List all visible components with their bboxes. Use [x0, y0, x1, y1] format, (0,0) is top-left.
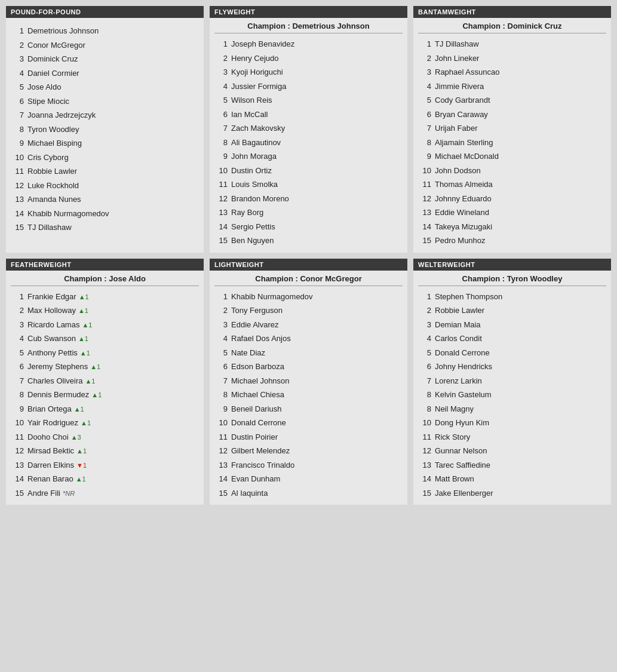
fighter-name: Jussier Formiga	[231, 81, 286, 93]
ranking-row: 9Michael Bisping	[11, 136, 199, 151]
ranking-row: 2Conor McGregor	[11, 38, 199, 53]
division-header-pound-for-pound: POUND-FOR-POUND	[6, 6, 204, 18]
ranking-list-pound-for-pound: 1Demetrious Johnson2Conor McGregor3Domin…	[6, 23, 204, 240]
ranking-row: 6Ian McCall	[214, 108, 403, 122]
ranking-row: 13Ray Borg	[214, 205, 403, 220]
rank-number: 11	[11, 431, 27, 443]
rank-number: 12	[214, 193, 231, 205]
fighter-name: Cris Cyborg	[27, 152, 69, 164]
fighter-name: Jake Ellenberger	[435, 487, 493, 499]
fighter-name: Eddie Alvarez	[231, 319, 279, 331]
rank-number: 13	[214, 459, 231, 471]
fighter-name: Bryan Caraway	[435, 109, 488, 121]
champion-row-featherweight: Champion : Jose Aldo	[6, 271, 204, 286]
rank-number: 14	[11, 473, 27, 485]
ranking-list-featherweight: 1Frankie Edgar▲12Max Holloway▲13Ricardo …	[6, 289, 204, 505]
rank-number: 6	[418, 361, 435, 373]
ranking-row: 10Cris Cyborg	[11, 151, 199, 165]
ranking-row: 3Kyoji Horiguchi	[214, 65, 403, 79]
rank-number: 10	[11, 152, 27, 164]
fighter-name: Brian Ortega	[27, 403, 72, 415]
rank-number: 7	[11, 375, 27, 387]
rank-number: 11	[418, 179, 435, 191]
rank-number: 2	[11, 305, 27, 317]
rank-number: 15	[418, 235, 435, 247]
rank-change: ▲1	[91, 390, 102, 400]
ranking-row: 1Demetrious Johnson	[11, 24, 199, 38]
fighter-name: Joseph Benavidez	[231, 38, 294, 50]
fighter-name: Johnny Eduardo	[435, 193, 492, 205]
rank-number: 8	[418, 137, 435, 149]
rank-number: 7	[11, 109, 27, 121]
division-block-flyweight: FLYWEIGHTChampion : Demetrious Johnson1J…	[210, 6, 407, 253]
fighter-name: Sergio Pettis	[231, 221, 275, 233]
ranking-row: 12Mirsad Bektic▲1	[11, 444, 199, 458]
ranking-row: 2Henry Cejudo	[214, 51, 403, 66]
fighter-name: Luke Rockhold	[27, 180, 79, 192]
rank-number: 10	[11, 417, 27, 429]
ranking-row: 15Andre Fili*NR	[11, 486, 199, 501]
rank-number: 5	[418, 347, 435, 359]
ranking-row: 7Joanna Jedrzejczyk	[11, 108, 199, 122]
fighter-name: Charles Oliveira	[27, 375, 82, 387]
rank-number: 6	[11, 361, 27, 373]
ranking-list-lightweight: 1Khabib Nurmagomedov2Tony Ferguson3Eddie…	[210, 289, 407, 505]
fighter-name: Tyron Woodley	[27, 124, 79, 136]
fighter-name: Khabib Nurmagomedov	[231, 291, 313, 303]
rank-number: 1	[418, 38, 435, 50]
rank-change: ▲1	[85, 376, 95, 386]
rank-number: 15	[418, 487, 435, 499]
rank-number: 6	[214, 361, 231, 373]
fighter-name: Dustin Ortiz	[231, 165, 272, 177]
fighter-name: Donald Cerrone	[435, 347, 490, 359]
ranking-row: 2Max Holloway▲1	[11, 303, 199, 318]
fighter-name: Dominick Cruz	[27, 53, 78, 65]
ranking-row: 3Raphael Assuncao	[418, 65, 606, 79]
fighter-name: Zach Makovsky	[231, 122, 285, 134]
rank-number: 8	[418, 389, 435, 401]
rank-change: ▼1	[76, 461, 87, 471]
fighter-name: Anthony Pettis	[27, 347, 78, 359]
fighter-name: Nate Diaz	[231, 347, 265, 359]
ranking-row: 12Brandon Moreno	[214, 192, 403, 206]
divider-welterweight	[418, 286, 606, 286]
ranking-row: 10Donald Cerrone	[214, 416, 403, 430]
ranking-row: 10John Dodson	[418, 164, 606, 178]
rank-number: 7	[418, 375, 435, 387]
fighter-name: Daniel Cormier	[27, 67, 79, 79]
fighter-name: Beneil Dariush	[231, 403, 282, 415]
division-header-lightweight: LIGHTWEIGHT	[210, 259, 407, 271]
champion-row-bantamweight: Champion : Dominick Cruz	[413, 18, 611, 33]
fighter-name: Johny Hendricks	[435, 361, 492, 373]
fighter-name: TJ Dillashaw	[27, 222, 72, 234]
division-header-flyweight: FLYWEIGHT	[210, 6, 407, 18]
ranking-row: 14Sergio Pettis	[214, 220, 403, 234]
rank-number: 7	[214, 375, 231, 387]
rank-number: 12	[418, 445, 435, 457]
ranking-row: 2John Lineker	[418, 51, 606, 66]
ranking-row: 12Johnny Eduardo	[418, 192, 606, 206]
rank-number: 9	[214, 403, 231, 415]
ranking-row: 6Edson Barboza	[214, 360, 403, 374]
rank-number: 9	[418, 151, 435, 162]
ranking-row: 12Gunnar Nelson	[418, 444, 606, 458]
fighter-name: Ali Bagautinov	[231, 137, 281, 149]
fighter-name: Urijah Faber	[435, 122, 478, 134]
rank-number: 15	[11, 487, 27, 499]
ranking-row: 7Zach Makovsky	[214, 121, 403, 136]
fighter-name: Tony Ferguson	[231, 305, 283, 317]
rank-number: 10	[214, 417, 231, 429]
ranking-row: 4Daniel Cormier	[11, 66, 199, 81]
rank-number: 3	[418, 319, 435, 331]
ranking-list-bantamweight: 1TJ Dillashaw2John Lineker3Raphael Assun…	[413, 36, 611, 253]
rank-number: 7	[418, 122, 435, 134]
rank-number: 15	[11, 222, 27, 234]
fighter-name: Lorenz Larkin	[435, 375, 482, 387]
fighter-name: Conor McGregor	[27, 39, 85, 51]
ranking-row: 5Donald Cerrone	[418, 346, 606, 360]
fighter-name: Ben Nguyen	[231, 235, 274, 247]
ranking-row: 5Cody Garbrandt	[418, 93, 606, 108]
ranking-row: 9Beneil Dariush	[214, 402, 403, 416]
rank-number: 11	[214, 179, 231, 191]
fighter-name: Max Holloway	[27, 305, 76, 317]
